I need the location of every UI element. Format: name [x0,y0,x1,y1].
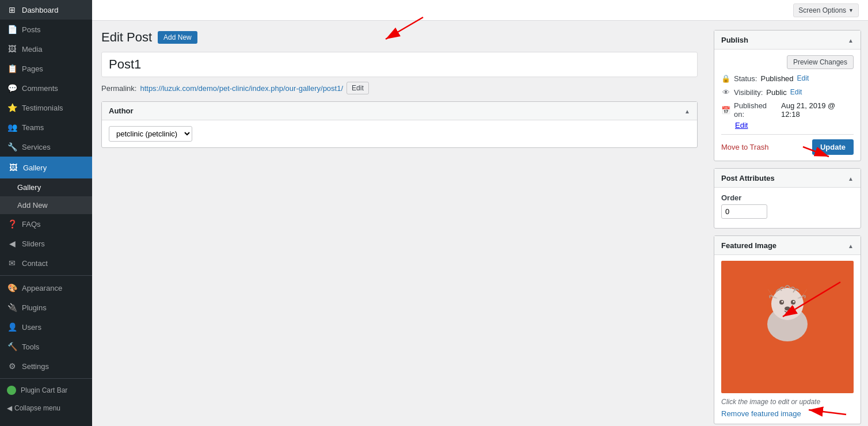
users-icon: 👤 [7,322,17,332]
sidebar-item-media[interactable]: 🖼 Media [0,39,92,59]
post-attributes-content: Order [714,188,861,228]
sidebar-item-settings[interactable]: ⚙ Settings [0,356,92,376]
order-input[interactable] [721,204,767,219]
plugin-cart-icon [7,386,16,395]
sidebar-item-faqs[interactable]: ❓ FAQs [0,214,92,234]
post-attributes-panel: Post Attributes Order [714,168,861,229]
author-select[interactable]: petclinic (petclinic) [109,126,192,142]
featured-image-panel: Featured Image [714,235,861,424]
featured-image-content: Click the image to edit or update Remove… [714,255,861,424]
post-title-input[interactable] [101,52,698,77]
visibility-value: Public [766,88,786,97]
svg-point-6 [793,301,795,303]
sliders-icon: ◀ [7,238,17,249]
sidebar-item-plugin-cart-bar[interactable]: Plugin Cart Bar [0,381,92,400]
published-on-row: 📅 Published on: Aug 21, 2019 @ 12:18 [721,101,854,119]
visibility-row: 👁 Visibility: Public Edit [721,88,854,97]
order-label: Order [721,193,854,202]
featured-image-thumb[interactable] [721,261,854,393]
sidebar-item-teams[interactable]: 👥 Teams [0,117,92,137]
visibility-edit-link[interactable]: Edit [790,88,802,96]
featured-image-header: Featured Image [714,236,861,255]
sidebar-item-services[interactable]: 🔧 Services [0,137,92,157]
calendar-icon: 📅 [721,105,730,115]
main-area: Screen Options ▼ Edit Post Add New Perma… [92,0,868,426]
publish-panel-toggle[interactable] [848,35,854,44]
featured-image-caption: Click the image to edit or update [721,398,854,406]
post-attributes-title: Post Attributes [721,174,775,182]
sidebar-item-pages[interactable]: 📋 Pages [0,59,92,78]
published-on-value: Aug 21, 2019 @ 12:18 [781,101,854,119]
update-button[interactable]: Update [812,139,854,155]
preview-changes-button[interactable]: Preview Changes [787,55,854,69]
status-icon: 🔒 [721,74,730,83]
sidebar-item-tools[interactable]: 🔨 Tools [0,337,92,356]
edit-area: Edit Post Add New Permalink: https://luz… [92,21,707,426]
status-label: Status: [734,74,757,83]
post-attributes-toggle[interactable] [848,173,854,182]
sidebar-item-contact[interactable]: ✉ Contact [0,253,92,273]
sidebar-divider-2 [0,378,92,379]
sidebar-item-users[interactable]: 👤 Users [0,317,92,337]
sidebar-item-dashboard[interactable]: ⊞ Dashboard [0,0,92,20]
posts-icon: 📄 [7,24,17,35]
add-new-button[interactable]: Add New [158,31,197,44]
author-toggle-icon[interactable] [684,106,690,115]
author-metabox: Author petclinic (petclinic) [101,101,698,148]
sidebar-item-posts[interactable]: 📄 Posts [0,20,92,39]
services-icon: 🔧 [7,142,17,152]
comments-icon: 💬 [7,83,17,93]
featured-image-toggle[interactable] [848,241,854,250]
permalink-edit-button[interactable]: Edit [347,82,369,94]
permalink-link[interactable]: https://luzuk.com/demo/pet-clinic/index.… [140,84,343,93]
visibility-label: Visibility: [734,88,763,97]
move-to-trash-link[interactable]: Move to Trash [721,143,768,151]
publish-panel: Publish Preview Changes 🔒 Status: Publis… [714,30,861,161]
tools-icon: 🔨 [7,341,17,352]
publish-panel-content: Preview Changes 🔒 Status: Published Edit… [714,50,861,161]
published-on-label: Published on: [734,101,778,119]
content-area: Edit Post Add New Permalink: https://luz… [92,21,868,426]
right-panel: Publish Preview Changes 🔒 Status: Publis… [707,21,868,426]
faqs-icon: ❓ [7,219,17,229]
collapse-icon: ◀ [7,404,12,412]
pages-icon: 📋 [7,63,17,74]
page-title-row: Edit Post Add New [101,30,698,45]
sidebar-item-gallery[interactable]: 🖼 Gallery [0,157,92,178]
teams-icon: 👥 [7,122,17,132]
visibility-icon: 👁 [721,88,730,97]
media-icon: 🖼 [7,44,17,54]
sidebar-submenu-gallery-list[interactable]: Gallery [0,178,92,196]
chevron-down-icon: ▼ [848,7,854,13]
remove-featured-image-link[interactable]: Remove featured image [721,409,801,418]
svg-point-5 [782,301,783,303]
dashboard-icon: ⊞ [7,5,17,15]
status-edit-link[interactable]: Edit [797,74,809,82]
page-heading: Edit Post [101,30,152,45]
publish-panel-title: Publish [721,36,748,44]
publish-actions: Move to Trash Update [721,139,854,155]
post-content-area [101,155,698,385]
gallery-icon: 🖼 [8,162,18,173]
sidebar-submenu-gallery-add-new[interactable]: Add New [0,196,92,214]
sidebar-item-comments[interactable]: 💬 Comments [0,78,92,98]
screen-options-button[interactable]: Screen Options ▼ [793,3,859,17]
gallery-submenu: Gallery Add New [0,178,92,214]
testimonials-icon: ⭐ [7,102,17,113]
author-metabox-title: Author [109,106,134,115]
post-attributes-header: Post Attributes [714,169,861,188]
collapse-menu[interactable]: ◀ Collapse menu [0,400,92,417]
sidebar-item-sliders[interactable]: ◀ Sliders [0,234,92,253]
permalink-label: Permalink: [101,84,136,93]
topbar: Screen Options ▼ [92,0,868,21]
sidebar-divider [0,275,92,276]
appearance-icon: 🎨 [7,283,17,293]
sidebar-item-plugins[interactable]: 🔌 Plugins [0,298,92,317]
published-on-edit-link[interactable]: Edit [735,121,748,130]
sidebar-item-appearance[interactable]: 🎨 Appearance [0,278,92,298]
sidebar-item-testimonials[interactable]: ⭐ Testimonials [0,98,92,117]
featured-image-title: Featured Image [721,241,776,250]
publish-panel-header: Publish [714,31,861,50]
plugins-icon: 🔌 [7,302,17,313]
featured-image-chevron-icon [848,241,854,250]
